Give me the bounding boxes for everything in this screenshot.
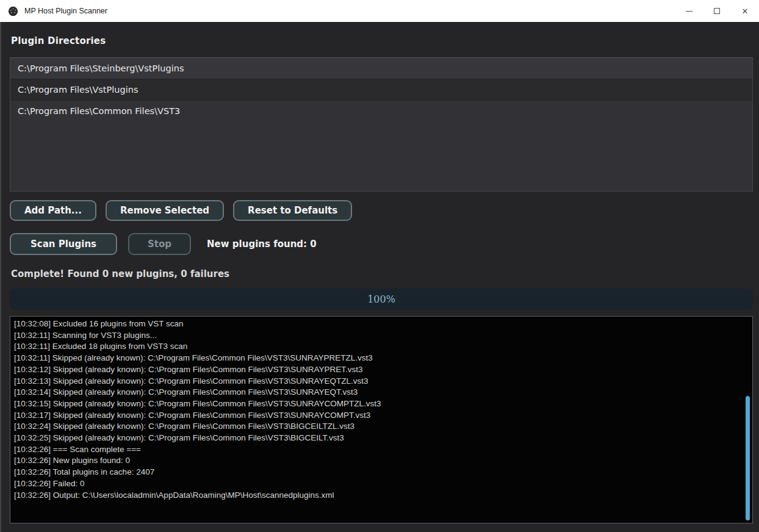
reset-to-defaults-button[interactable]: Reset to Defaults <box>233 200 352 221</box>
log-line: [10:32:12] Skipped (already known): C:\P… <box>14 364 749 376</box>
log-output[interactable]: [10:32:08] Excluded 16 plugins from VST … <box>10 316 753 523</box>
log-line: [10:32:11] Scanning for VST3 plugins... <box>14 330 749 342</box>
window-title: MP Host Plugin Scanner <box>24 7 107 15</box>
stop-button[interactable]: Stop <box>128 233 191 255</box>
maximize-icon <box>714 8 720 14</box>
close-button[interactable]: ✕ <box>731 0 759 22</box>
path-buttons-row: Add Path... Remove Selected Reset to Def… <box>10 200 352 221</box>
log-line: [10:32:15] Skipped (already known): C:\P… <box>14 398 749 410</box>
log-lines: [10:32:08] Excluded 16 plugins from VST … <box>14 318 749 501</box>
status-message: Complete! Found 0 new plugins, 0 failure… <box>11 268 229 279</box>
minimize-icon <box>686 11 692 12</box>
add-path-button[interactable]: Add Path... <box>10 200 96 221</box>
log-scrollbar-thumb[interactable] <box>746 396 750 520</box>
maximize-button[interactable] <box>703 0 731 22</box>
log-line: [10:32:26] Output: C:\Users\localadmin\A… <box>14 490 749 501</box>
minimize-button[interactable] <box>675 0 703 22</box>
log-line: [10:32:25] Skipped (already known): C:\P… <box>14 433 749 444</box>
new-plugins-counter: New plugins found: 0 <box>207 239 317 250</box>
log-line: [10:32:26] Total plugins in cache: 2407 <box>14 467 749 478</box>
directory-list-item[interactable]: C:\Program Files\Steinberg\VstPlugins <box>10 58 752 79</box>
directory-list-item[interactable]: C:\Program Files\Common Files\VST3 <box>10 101 752 122</box>
log-line: [10:32:08] Excluded 16 plugins from VST … <box>14 318 749 330</box>
main-panel: Plugin Directories C:\Program Files\Stei… <box>0 22 759 532</box>
plugin-directories-label: Plugin Directories <box>11 35 106 46</box>
log-line: [10:32:11] Skipped (already known): C:\P… <box>14 353 749 364</box>
log-line: [10:32:26] === Scan complete === <box>14 444 749 456</box>
remove-selected-button[interactable]: Remove Selected <box>106 200 224 221</box>
scan-buttons-row: Scan Plugins Stop New plugins found: 0 <box>10 233 317 255</box>
plugin-directories-list: C:\Program Files\Steinberg\VstPlugins C:… <box>10 57 753 192</box>
app-window: MP Host Plugin Scanner ✕ Plugin Director… <box>0 0 759 532</box>
log-line: [10:32:17] Skipped (already known): C:\P… <box>14 410 749 422</box>
close-icon: ✕ <box>742 7 749 15</box>
progress-bar: 100% <box>10 289 753 310</box>
log-line: [10:32:14] Skipped (already known): C:\P… <box>14 387 749 398</box>
progress-percent: 100% <box>10 289 753 310</box>
log-line: [10:32:13] Skipped (already known): C:\P… <box>14 376 749 387</box>
titlebar: MP Host Plugin Scanner ✕ <box>0 0 759 22</box>
log-line: [10:32:26] New plugins found: 0 <box>14 455 749 467</box>
scan-plugins-button[interactable]: Scan Plugins <box>10 233 117 255</box>
log-line: [10:32:11] Excluded 18 plugins from VST3… <box>14 341 749 353</box>
log-line: [10:32:26] Failed: 0 <box>14 478 749 490</box>
log-line: [10:32:24] Skipped (already known): C:\P… <box>14 421 749 433</box>
app-icon <box>8 6 18 16</box>
directory-list-item[interactable]: C:\Program Files\VstPlugins <box>10 79 752 101</box>
